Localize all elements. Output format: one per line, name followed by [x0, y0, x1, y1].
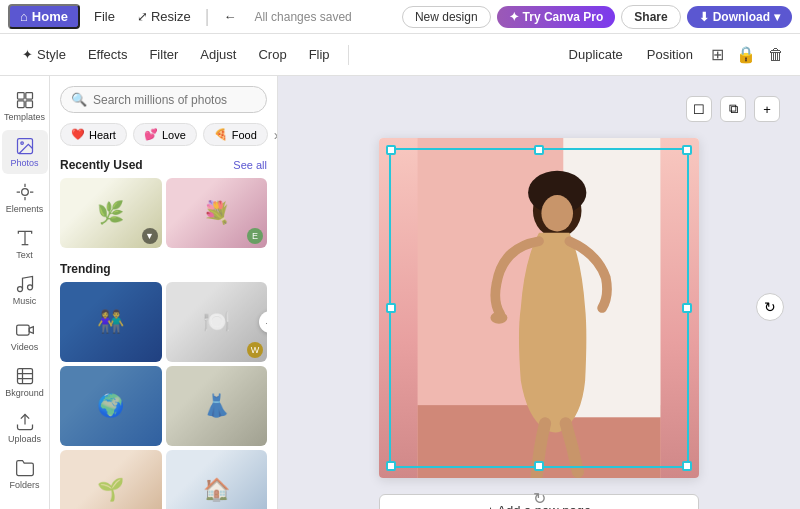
sidebar-item-photos[interactable]: Photos [2, 130, 48, 174]
home-icon: ⌂ [20, 9, 28, 24]
canvas-icon-add[interactable]: + [754, 96, 780, 122]
resize-button[interactable]: ⤢ Resize [129, 6, 199, 27]
canvas-icon-square[interactable]: ☐ [686, 96, 712, 122]
trending-badge-2: W [247, 342, 263, 358]
trending-photo-2[interactable]: 🍽️ W ◀ [166, 282, 268, 362]
category-chip-food[interactable]: 🍕 Food [203, 123, 268, 146]
trending-header: Trending [50, 258, 277, 282]
svg-point-8 [27, 285, 32, 290]
photo-badge-1: ▼ [142, 228, 158, 244]
svg-rect-9 [16, 325, 29, 335]
svg-point-5 [20, 142, 22, 145]
category-chip-heart[interactable]: ❤️ Heart [60, 123, 127, 146]
grid-icon-button[interactable]: ⊞ [707, 41, 728, 68]
canvas-container: ↻ [379, 138, 699, 478]
sidebar-item-text[interactable]: Text [2, 222, 48, 266]
try-canva-pro-button[interactable]: ✦ Try Canva Pro [497, 6, 616, 28]
duplicate-button[interactable]: Duplicate [559, 43, 633, 66]
toolbar-right-actions: Duplicate Position ⊞ 🔒 🗑 [559, 41, 788, 68]
trending-photo-6[interactable]: 🏠 [166, 450, 268, 509]
svg-point-7 [17, 287, 22, 292]
recently-used-header: Recently Used See all [50, 154, 277, 178]
lock-icon-button[interactable]: 🔒 [732, 41, 760, 68]
category-chips-row: ❤️ Heart 💕 Love 🍕 Food › [50, 119, 277, 154]
recently-used-title: Recently Used [60, 158, 143, 172]
search-icon: 🔍 [71, 92, 87, 107]
sidebar-item-more[interactable]: More [2, 498, 48, 509]
top-navigation: ⌂ Home File ⤢ Resize | ← All changes sav… [0, 0, 800, 34]
main-layout: Templates Photos Elements Text Music Vid… [0, 76, 800, 509]
svg-point-21 [490, 312, 507, 324]
trending-grid: 👫 🍽️ W ◀ 🌍 👗 🌱 E 🏠 👥 [50, 282, 277, 509]
sidebar-item-uploads[interactable]: Uploads [2, 406, 48, 450]
share-button[interactable]: Share [621, 5, 680, 29]
photo-badge-2: E [247, 228, 263, 244]
svg-rect-2 [17, 101, 24, 108]
download-button[interactable]: ⬇ Download ▾ [687, 6, 792, 28]
home-button[interactable]: ⌂ Home [8, 4, 80, 29]
refresh-button[interactable]: ↻ [756, 293, 784, 321]
rotate-handle[interactable]: ↻ [533, 489, 546, 508]
sidebar-item-background[interactable]: Bkground [2, 360, 48, 404]
search-input[interactable] [93, 93, 256, 107]
trending-title: Trending [60, 262, 111, 276]
download-icon: ⬇ [699, 10, 709, 24]
trending-photo-3[interactable]: 🌍 [60, 366, 162, 446]
svg-rect-1 [25, 93, 32, 100]
position-button[interactable]: Position [637, 43, 703, 66]
sidebar-item-music[interactable]: Music [2, 268, 48, 312]
svg-point-6 [21, 189, 28, 196]
woman-svg [379, 138, 699, 478]
filter-button[interactable]: Filter [139, 43, 188, 66]
canvas-image-content [379, 138, 699, 478]
search-bar: 🔍 [50, 76, 277, 119]
sidebar-nav: Templates Photos Elements Text Music Vid… [0, 76, 50, 509]
trending-photo-5[interactable]: 🌱 E [60, 450, 162, 509]
delete-icon-button[interactable]: 🗑 [764, 42, 788, 68]
scroll-right-icon[interactable]: › [274, 127, 277, 143]
photos-panel: 🔍 ❤️ Heart 💕 Love 🍕 Food › Recently Used [50, 76, 278, 509]
canvas-frame[interactable] [379, 138, 699, 478]
sidebar-item-videos[interactable]: Videos [2, 314, 48, 358]
see-all-link[interactable]: See all [233, 159, 267, 171]
sidebar-item-folders[interactable]: Folders [2, 452, 48, 496]
flip-button[interactable]: Flip [299, 43, 340, 66]
download-chevron-icon: ▾ [774, 10, 780, 24]
save-status: All changes saved [254, 10, 396, 24]
svg-point-20 [541, 195, 573, 231]
recently-used-photo-1[interactable]: 🌿 ▼ [60, 178, 162, 248]
canvas-icon-copy[interactable]: ⧉ [720, 96, 746, 122]
trending-photo-1[interactable]: 👫 [60, 282, 162, 362]
file-button[interactable]: File [86, 6, 123, 27]
sidebar-item-templates[interactable]: Templates [2, 84, 48, 128]
sidebar-item-elements[interactable]: Elements [2, 176, 48, 220]
crop-button[interactable]: Crop [248, 43, 296, 66]
style-icon: ✦ [22, 47, 33, 62]
canvas-area: ☐ ⧉ + [278, 76, 800, 509]
style-button[interactable]: ✦ Style [12, 43, 76, 66]
new-design-button[interactable]: New design [402, 6, 491, 28]
canvas-top-icons: ☐ ⧉ + [686, 96, 780, 122]
recently-used-grid: 🌿 ▼ 💐 E [50, 178, 277, 258]
svg-rect-10 [17, 369, 32, 384]
svg-rect-0 [17, 93, 24, 100]
effects-button[interactable]: Effects [78, 43, 138, 66]
recently-used-photo-2[interactable]: 💐 E [166, 178, 268, 248]
search-input-wrap[interactable]: 🔍 [60, 86, 267, 113]
resize-icon: ⤢ [137, 9, 148, 24]
trending-photo-4[interactable]: 👗 [166, 366, 268, 446]
category-chip-love[interactable]: 💕 Love [133, 123, 197, 146]
star-icon: ✦ [509, 10, 519, 24]
undo-button[interactable]: ← [215, 6, 244, 27]
image-toolbar: ✦ Style Effects Filter Adjust Crop Flip … [0, 34, 800, 76]
svg-rect-3 [25, 101, 32, 108]
adjust-button[interactable]: Adjust [190, 43, 246, 66]
toolbar-separator [348, 45, 349, 65]
